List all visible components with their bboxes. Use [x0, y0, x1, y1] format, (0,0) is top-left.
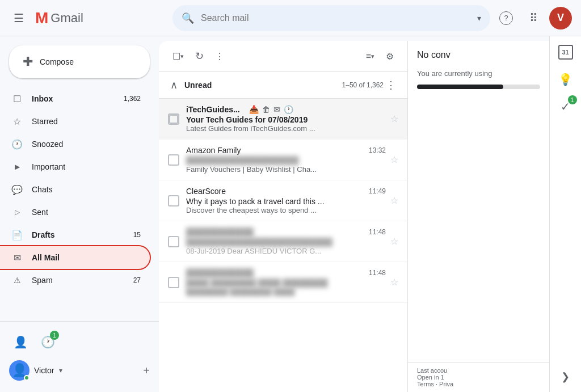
user-avatar[interactable]: V [549, 7, 572, 29]
email-checkbox[interactable] [168, 277, 179, 288]
star-button[interactable]: ☆ [390, 154, 398, 165]
email-item[interactable]: ClearScore 11:49 Why it pays to pack a t… [159, 180, 407, 221]
sidebar-item-spam[interactable]: ⚠ Spam 27 [0, 269, 150, 292]
more-options-button[interactable]: ⋮ [210, 47, 229, 66]
snooze-icon[interactable]: 🕐 [284, 105, 293, 114]
mark-unread-icon[interactable]: ✉ [273, 105, 280, 114]
calendar-icon: 31 [558, 45, 573, 60]
email-content: iTechGuides... 📥 🗑 ✉ 🕐 Your Tech Guides … [186, 105, 386, 133]
email-content: ████████████ 11:48 █████████████████████… [186, 227, 386, 255]
sidebar-item-sent[interactable]: ▷ Sent [0, 201, 150, 224]
star-button[interactable]: ☆ [390, 113, 398, 124]
section-more-button[interactable]: ⋮ [384, 77, 398, 94]
snoozed-icon: 🕐 [9, 139, 25, 150]
email-subject: Your Tech Guides for 07/08/2019 [186, 115, 386, 124]
email-bottom-row: ████████ ████████ ████ [186, 288, 386, 296]
apps-button[interactable]: ⠿ [522, 7, 545, 29]
archive-icon[interactable]: 📥 [249, 105, 259, 114]
spam-icon: ⚠ [9, 276, 25, 285]
sidebar-item-allmail[interactable]: ✉ All Mail [0, 246, 150, 269]
email-bottom-row: 08-Jul-2019 Dear ASHIEDU VICTOR G... [186, 247, 386, 255]
email-time: 11:49 [369, 187, 386, 195]
star-button[interactable]: ☆ [390, 195, 398, 206]
keep-icon-button[interactable]: 💡 [554, 68, 577, 91]
activities-button[interactable]: 🕐 1 [36, 331, 59, 353]
help-button[interactable]: ? [495, 7, 517, 29]
sidebar-item-snoozed[interactable]: 🕐 Snoozed [0, 133, 150, 155]
open-in-text: Open in 1 [417, 374, 540, 381]
storage-text: You are currently using [417, 69, 492, 78]
user-dropdown-icon[interactable]: ▾ [59, 366, 62, 374]
sidebar-item-important[interactable]: ▶ Important [0, 155, 150, 178]
sidebar-item-inbox[interactable]: ☐ Inbox 1,362 [0, 87, 150, 110]
last-account-text: Last accou [417, 367, 540, 374]
storage-progress-container [417, 85, 540, 89]
email-item[interactable]: Amazon Family 13:32 ████████████████████… [159, 140, 407, 180]
refresh-button[interactable]: ↻ [191, 45, 208, 67]
email-bottom-row: Latest Guides from iTechGuides.com ... [186, 124, 386, 133]
email-checkbox[interactable] [168, 195, 179, 206]
sidebar-item-label-spam: Spam [32, 276, 133, 285]
tasks-icon-button[interactable]: ✓ 1 [554, 95, 577, 118]
checkbox-unchecked-icon [169, 115, 178, 124]
sidebar-item-label-starred: Starred [32, 117, 141, 126]
email-item[interactable]: ████████████ 11:48 ████ ████████ ████ ██… [159, 262, 407, 303]
inbox-badge: 1,362 [124, 95, 141, 103]
sidebar-item-label-sent: Sent [32, 208, 141, 217]
email-checkbox[interactable] [168, 154, 179, 166]
email-item[interactable]: ████████████ 11:48 █████████████████████… [159, 221, 407, 262]
star-button[interactable]: ☆ [390, 236, 398, 247]
sidebar-item-drafts[interactable]: 📄 Drafts 15 [0, 224, 150, 246]
keep-icon: 💡 [558, 73, 572, 86]
toolbar-right: ≡ ▾ ⚙ [361, 47, 398, 66]
email-checkbox[interactable] [168, 236, 179, 247]
sidebar-item-label-drafts: Drafts [32, 230, 133, 239]
checkbox-icon: ☐ [172, 51, 180, 62]
drafts-icon: 📄 [9, 230, 25, 241]
email-subject: Why it pays to pack a travel card this .… [186, 197, 386, 206]
email-top-row: ████████████ 11:48 [186, 268, 386, 277]
settings-icon: ⚙ [386, 51, 394, 62]
contacts-button[interactable]: 👤 [9, 331, 32, 353]
inbox-icon: ☐ [9, 94, 25, 104]
storage-progress-bar [417, 85, 503, 89]
sidebar-item-label-snoozed: Snoozed [32, 140, 141, 149]
email-sender: ████████████ [186, 268, 254, 277]
star-button[interactable]: ☆ [390, 277, 398, 288]
tasks-badge: 1 [568, 95, 577, 104]
delete-icon[interactable]: 🗑 [262, 105, 270, 114]
main-container: ✚ Compose ☐ Inbox 1,362 ☆ Starred 🕐 Snoo… [0, 36, 581, 392]
email-top-row: ████████████ 11:48 [186, 227, 386, 237]
sidebar-item-label-inbox: Inbox [32, 94, 124, 103]
email-checkbox[interactable] [168, 113, 179, 125]
email-sender: Amazon Family [186, 146, 241, 155]
email-subject: ████ ████████ ████ ████████ [186, 279, 386, 288]
hamburger-icon[interactable]: ☰ [9, 7, 28, 29]
email-subject: ██████████████████████████ [186, 238, 386, 247]
compose-button[interactable]: ✚ Compose [9, 45, 150, 78]
email-content: ████████████ 11:48 ████ ████████ ████ ██… [186, 268, 386, 296]
settings-button[interactable]: ⚙ [381, 47, 398, 66]
calendar-icon-button[interactable]: 31 [554, 41, 577, 64]
density-icon: ≡ [366, 51, 371, 61]
email-preview: Latest Guides from iTechGuides.com ... [186, 124, 386, 133]
sidebar-item-starred[interactable]: ☆ Starred [0, 110, 150, 133]
starred-icon: ☆ [9, 116, 25, 127]
expand-button[interactable]: ❯ [557, 366, 574, 387]
search-bar: 🔍 ▾ [172, 5, 490, 31]
sent-icon: ▷ [9, 208, 25, 216]
email-item[interactable]: iTechGuides... 📥 🗑 ✉ 🕐 Your Tech Guides … [159, 99, 407, 140]
search-input[interactable] [201, 13, 470, 23]
collapse-button[interactable]: ∧ [168, 77, 180, 94]
expand-icon: ❯ [561, 371, 570, 382]
spam-badge: 27 [133, 276, 141, 284]
add-account-button[interactable]: + [143, 364, 150, 377]
section-count: 1–50 of 1,362 [342, 81, 384, 89]
search-dropdown-icon[interactable]: ▾ [477, 14, 481, 23]
gmail-logo: M Gmail [35, 9, 83, 27]
sidebar-item-chats[interactable]: 💬 Chats [0, 178, 150, 201]
density-button[interactable]: ≡ ▾ [361, 47, 379, 66]
user-avatar-small[interactable]: 👤 [9, 360, 30, 381]
sidebar-item-label-important: Important [32, 162, 141, 171]
select-all-button[interactable]: ☐ ▾ [168, 47, 188, 66]
